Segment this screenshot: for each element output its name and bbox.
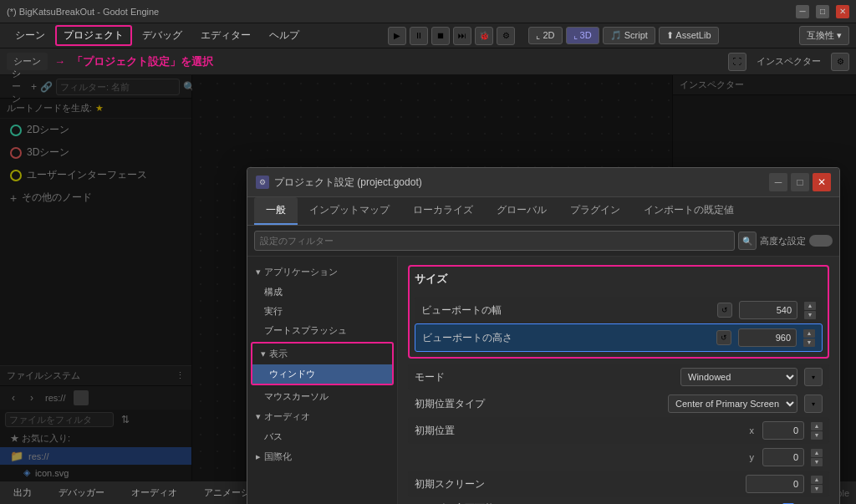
inspector-settings[interactable]: ⚙ <box>831 53 849 71</box>
settings-button[interactable]: ⚙ <box>497 27 515 45</box>
modal-sidebar: ▾アプリケーション 構成 実行 ブートスプラッシュ ▾表示 ウィンドウ マウスカ… <box>247 257 398 504</box>
viewport-height-reset[interactable]: ↺ <box>716 330 731 345</box>
spin-down[interactable]: ▼ <box>811 485 823 493</box>
spin-up[interactable]: ▲ <box>804 302 816 310</box>
section-title-size: サイズ <box>415 272 823 290</box>
fullscreen-btn[interactable]: ⛶ <box>728 53 746 71</box>
viewport-width-label: ビューポートの幅 <box>421 303 711 318</box>
init-screen-input[interactable] <box>746 475 804 493</box>
modal-settings-main: サイズ ビューポートの幅 ↺ ▲ ▼ <box>398 257 839 504</box>
tab-plugins[interactable]: プラグイン <box>558 197 632 225</box>
window-controls: ─ □ ✕ <box>796 5 849 18</box>
mode-dropdown-arrow[interactable]: ▾ <box>804 368 823 386</box>
minimize-button[interactable]: ─ <box>796 5 809 18</box>
annotation-arrow: → <box>54 55 65 68</box>
modal-maximize-btn[interactable]: □ <box>791 173 809 191</box>
y-label: y <box>750 452 755 462</box>
viewport-width-reset[interactable]: ↺ <box>717 303 732 318</box>
tab-debugger[interactable]: デバッガー <box>52 484 111 501</box>
menu-scene[interactable]: シーン <box>7 25 54 46</box>
modal-title: プロジェクト設定 (project.godot) <box>274 176 766 190</box>
cat-application[interactable]: ▾アプリケーション <box>247 262 397 283</box>
advanced-switch[interactable] <box>809 235 833 247</box>
title-bar: (*) BigKatsuBreakOut - Godot Engine ─ □ … <box>0 0 856 23</box>
step-button[interactable]: ⏭ <box>453 27 471 45</box>
inspector-label: インスペクター <box>750 53 828 71</box>
sidebar-item-bootsplash[interactable]: ブートスプラッシュ <box>247 321 397 340</box>
viewport-height-label: ビューポートの高さ <box>422 331 710 345</box>
tab-general[interactable]: 一般 <box>254 197 298 225</box>
main-layout: シーン + 🔗 🔍 ⋮ ルートノードを生成: ★ 2Dシーン 3Dシーン ユーザ… <box>0 75 856 481</box>
cat-i18n[interactable]: ▸国際化 <box>247 446 397 467</box>
sidebar-item-bus[interactable]: バス <box>247 427 397 446</box>
viewport-width-spinner: ▲ ▼ <box>804 302 816 319</box>
btn-3d[interactable]: ⌞ 3D <box>566 27 599 44</box>
cat-display[interactable]: ▾表示 <box>252 344 392 364</box>
compat-button[interactable]: 互換性 ▾ <box>799 26 849 45</box>
tab-audio[interactable]: オーディオ <box>125 484 184 501</box>
btn-script[interactable]: 🎵 Script <box>603 27 655 44</box>
spin-down[interactable]: ▼ <box>811 431 823 440</box>
menu-debug[interactable]: デバッグ <box>134 25 191 46</box>
mode-dropdown[interactable]: Windowed <box>680 368 797 386</box>
sidebar-item-window[interactable]: ウィンドウ <box>252 364 392 384</box>
settings-filter-input[interactable] <box>254 231 735 251</box>
spin-down[interactable]: ▼ <box>803 339 815 347</box>
play-button[interactable]: ▶ <box>388 27 406 45</box>
tab-import-defaults[interactable]: インポートの既定値 <box>632 197 746 225</box>
tab-output[interactable]: 出力 <box>7 484 38 501</box>
spin-down[interactable]: ▼ <box>804 311 816 319</box>
modal-titlebar: ⚙ プロジェクト設定 (project.godot) ─ □ ✕ <box>247 168 839 197</box>
modal-icon: ⚙ <box>256 176 269 189</box>
x-label: x <box>750 425 755 435</box>
maximize-button[interactable]: □ <box>816 5 829 18</box>
btn-assetlib[interactable]: ⬆ AssetLib <box>659 27 719 44</box>
init-pos-y-spinner: ▲ ▼ <box>811 449 823 466</box>
mode-label: モード <box>415 370 674 384</box>
project-settings-dialog: ⚙ プロジェクト設定 (project.godot) ─ □ ✕ 一般 インプッ… <box>247 167 840 504</box>
modal-minimize-btn[interactable]: ─ <box>769 173 787 191</box>
pos-type-dropdown[interactable]: Center of Primary Screen <box>668 395 797 413</box>
search-icon[interactable]: 🔍 <box>738 232 757 250</box>
modal-close-btn[interactable]: ✕ <box>813 173 831 191</box>
menu-help[interactable]: ヘルプ <box>261 25 308 46</box>
app-title: (*) BigKatsuBreakOut - Godot Engine <box>7 7 796 17</box>
view-toolbar: ▶ ⏸ ⏹ ⏭ 🐞 ⚙ ⌞ 2D ⌞ 3D 🎵 Script ⬆ AssetLi… <box>388 27 718 45</box>
pos-type-dropdown-arrow[interactable]: ▾ <box>804 395 823 413</box>
advanced-toggle[interactable]: 高度な設定 <box>760 235 833 247</box>
spin-up[interactable]: ▲ <box>811 422 823 430</box>
sidebar-item-mouse[interactable]: マウスカーソル <box>247 387 397 406</box>
settings-row: サイズを変更可能 ✓ オン <box>408 497 829 504</box>
sidebar-item-run[interactable]: 実行 <box>247 302 397 321</box>
spin-up[interactable]: ▲ <box>811 476 823 484</box>
init-screen-label: 初期スクリーン <box>415 477 739 491</box>
init-pos-y[interactable] <box>762 448 804 466</box>
tab-inputmap[interactable]: インプットマップ <box>298 197 401 225</box>
size-highlight-box: サイズ ビューポートの幅 ↺ ▲ ▼ <box>408 265 829 359</box>
debug-button[interactable]: 🐞 <box>475 27 493 45</box>
spin-up[interactable]: ▲ <box>811 449 823 457</box>
sidebar-item-config[interactable]: 構成 <box>247 283 397 302</box>
init-screen-spinner: ▲ ▼ <box>811 476 823 493</box>
init-pos-label: 初期位置 <box>415 424 743 438</box>
spin-up[interactable]: ▲ <box>803 329 815 338</box>
viewport-width-input[interactable] <box>739 301 797 319</box>
init-pos-x[interactable] <box>762 421 804 440</box>
settings-row: 初期位置タイプ Center of Primary Screen ▾ <box>408 390 829 417</box>
pause-button[interactable]: ⏸ <box>410 27 428 45</box>
cat-audio[interactable]: ▾オーディオ <box>247 406 397 427</box>
tab-global[interactable]: グローバル <box>485 197 558 225</box>
settings-row: モード Windowed ▾ <box>408 364 829 390</box>
close-button[interactable]: ✕ <box>836 5 849 18</box>
btn-2d[interactable]: ⌞ 2D <box>528 27 562 44</box>
settings-row: ビューポートの幅 ↺ ▲ ▼ <box>415 297 823 323</box>
settings-row: ビューポートの高さ ↺ ▲ ▼ <box>415 323 823 352</box>
tab-localize[interactable]: ローカライズ <box>401 197 485 225</box>
stop-button[interactable]: ⏹ <box>431 27 450 45</box>
viewport-height-input[interactable] <box>738 328 797 347</box>
menu-project[interactable]: プロジェクト <box>55 25 132 46</box>
spin-down[interactable]: ▼ <box>811 458 823 466</box>
second-toolbar: シーン → 「プロジェクト設定」を選択 ⛶ インスペクター ⚙ <box>0 48 856 75</box>
settings-row: 初期位置 x ▲ ▼ <box>408 417 829 444</box>
menu-editor[interactable]: エディター <box>192 25 259 46</box>
